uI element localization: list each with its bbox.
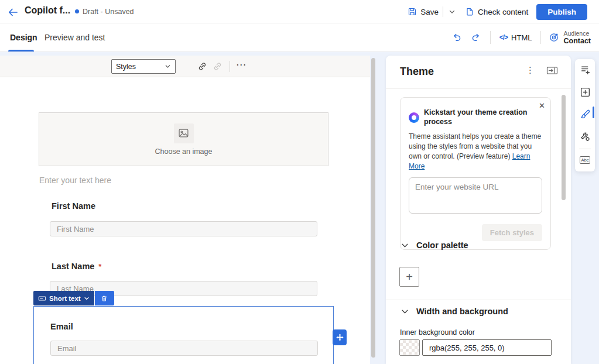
- add-content-icon[interactable]: [577, 61, 593, 78]
- close-icon[interactable]: ✕: [539, 101, 545, 110]
- field-type-dropdown[interactable]: Short text: [33, 291, 94, 305]
- website-url-input[interactable]: [409, 177, 542, 214]
- choose-image-label: Choose an image: [155, 147, 213, 156]
- divider: [230, 61, 230, 72]
- field-label-first-name: First Name: [52, 201, 95, 211]
- required-asterisk: *: [98, 262, 101, 271]
- redo-icon[interactable]: [470, 32, 482, 44]
- tab-design[interactable]: Design: [10, 23, 37, 51]
- audience-selector[interactable]: Audience Contact: [549, 30, 591, 45]
- color-palette-title: Color palette: [416, 241, 468, 250]
- selected-field-block[interactable]: Email: [33, 306, 334, 364]
- save-split-button: Save: [408, 6, 457, 17]
- top-bar: Copilot f... Draft - Unsaved Save Check …: [0, 0, 599, 23]
- back-icon[interactable]: [7, 5, 21, 19]
- theme-brush-icon[interactable]: [577, 106, 593, 122]
- editor-side-toolbar: Abc: [575, 59, 595, 171]
- field-label-email: Email: [50, 322, 73, 331]
- inner-background-color-label: Inner background color: [400, 328, 475, 336]
- chevron-down-icon: [401, 242, 409, 249]
- field-type-label: Short text: [49, 295, 81, 302]
- collapse-panel-icon[interactable]: [546, 66, 558, 75]
- draft-status-label: Draft - Unsaved: [83, 8, 134, 16]
- more-icon[interactable]: ⋯: [236, 59, 247, 71]
- add-color-button[interactable]: +: [399, 267, 419, 287]
- theme-panel-header: Theme ⋮: [386, 56, 571, 89]
- width-background-section-header[interactable]: Width and background: [401, 307, 508, 316]
- form-editor-window: Copilot f... Draft - Unsaved Save Check …: [0, 0, 599, 364]
- trash-icon: [100, 294, 108, 303]
- email-input[interactable]: [50, 341, 318, 356]
- html-label: HTML: [511, 33, 532, 42]
- audience-value: Contact: [563, 37, 591, 45]
- code-icon: </>: [499, 33, 508, 42]
- settings-wrench-icon[interactable]: [577, 128, 593, 145]
- save-icon: [408, 7, 417, 16]
- tab-bar: Design Preview and test </> HTML Audienc…: [0, 23, 599, 52]
- move-handle[interactable]: [333, 329, 347, 345]
- html-toggle-button[interactable]: </> HTML: [498, 32, 533, 43]
- active-tool-indicator: [593, 107, 594, 118]
- styles-dropdown[interactable]: Styles: [111, 59, 176, 74]
- card-button-row: Fetch styles: [409, 224, 542, 241]
- theme-panel-scrollbar[interactable]: [562, 95, 566, 200]
- field-label-last-name: Last Name*: [52, 262, 101, 271]
- divider: [386, 300, 571, 300]
- image-icon-box: [174, 123, 194, 143]
- divider: [490, 31, 491, 44]
- width-background-title: Width and background: [416, 307, 508, 316]
- theme-panel: Theme ⋮ ✕ Kickstart your theme creation …: [386, 56, 571, 364]
- draft-status-dot: [75, 9, 79, 13]
- divider: [579, 149, 591, 149]
- theme-panel-title: Theme: [400, 66, 434, 78]
- link-icon[interactable]: [197, 61, 207, 71]
- check-content-label: Check content: [478, 8, 528, 16]
- topbar-actions: Save Check content Publish: [408, 0, 587, 23]
- field-type-chip: Short text: [33, 291, 114, 305]
- move-icon: [336, 333, 344, 342]
- delete-field-button[interactable]: [95, 291, 114, 305]
- theme-assistant-card: ✕ Kickstart your theme creation process …: [400, 97, 551, 250]
- card-description: Theme assistant helps you create a theme…: [409, 132, 542, 171]
- publish-button[interactable]: Publish: [536, 4, 587, 20]
- audience-label: Audience: [563, 30, 589, 37]
- abc-label: Abc: [580, 156, 591, 164]
- color-palette-section-header[interactable]: Color palette: [401, 241, 468, 250]
- chevron-down-icon: [165, 63, 171, 70]
- unlink-icon[interactable]: [213, 61, 223, 71]
- inner-background-color-input[interactable]: [422, 339, 552, 356]
- text-field-icon: [38, 294, 46, 303]
- text-style-abc-icon[interactable]: Abc: [577, 152, 593, 168]
- fetch-styles-button[interactable]: Fetch styles: [482, 224, 542, 241]
- kebab-menu-icon[interactable]: ⋮: [526, 65, 535, 75]
- card-title-row: Kickstart your theme creation process: [409, 108, 542, 126]
- divider: [540, 31, 541, 44]
- image-placeholder[interactable]: Choose an image: [39, 112, 328, 166]
- card-title: Kickstart your theme creation process: [424, 108, 542, 126]
- divider: [443, 6, 443, 17]
- styles-dropdown-value: Styles: [116, 63, 136, 71]
- target-icon: [549, 32, 559, 43]
- text-block-placeholder[interactable]: Enter your text here: [39, 176, 111, 185]
- image-icon: [178, 128, 189, 139]
- canvas-toolbar: Styles ⋯: [0, 56, 370, 77]
- chevron-down-icon: [401, 308, 409, 315]
- document-icon: [465, 7, 474, 16]
- active-tab-indicator: [8, 50, 34, 51]
- save-button[interactable]: Save: [408, 7, 439, 16]
- transparent-color-swatch[interactable]: [399, 339, 420, 356]
- page-title: Copilot f...: [25, 5, 70, 16]
- add-section-icon[interactable]: [577, 84, 593, 100]
- copilot-logo-icon: [409, 112, 419, 123]
- undo-icon[interactable]: [450, 32, 463, 44]
- check-content-button[interactable]: Check content: [465, 7, 528, 16]
- chevron-down-icon: [84, 296, 90, 301]
- first-name-input[interactable]: [50, 221, 317, 236]
- tabbar-actions: </> HTML Audience Contact: [450, 23, 591, 51]
- canvas-scrollbar[interactable]: [371, 58, 375, 358]
- tab-preview-and-test[interactable]: Preview and test: [45, 23, 105, 51]
- save-label: Save: [420, 8, 439, 16]
- design-canvas: Styles ⋯ Choose an image Enter your text…: [0, 56, 370, 364]
- save-chevron-down-icon[interactable]: [447, 7, 457, 16]
